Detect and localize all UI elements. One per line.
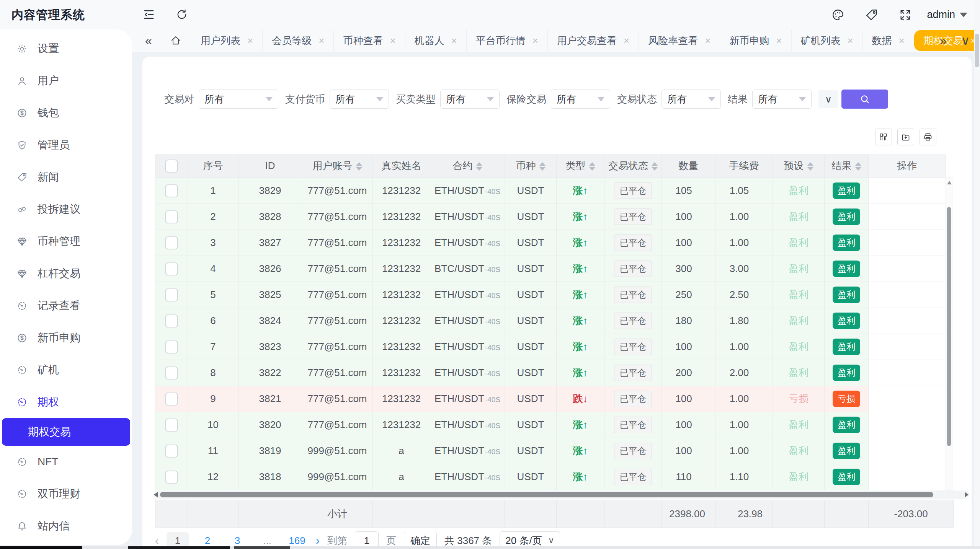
print-button[interactable] [920,129,936,145]
filter-select[interactable]: 所有 [551,90,610,109]
tab-close-icon[interactable]: × [390,36,395,46]
fullscreen-icon[interactable] [899,8,912,21]
filter-select[interactable]: 所有 [752,90,812,109]
sidebar-item[interactable]: 双币理财 [0,478,132,510]
scroll-left-icon[interactable] [154,492,158,497]
filter-select[interactable]: 所有 [199,90,278,109]
row-checkbox[interactable] [165,236,178,249]
tab-close-icon[interactable]: × [899,36,905,46]
sidebar-item[interactable]: 币种管理 [0,225,132,257]
select-all-checkbox[interactable] [165,160,178,173]
menu-collapse-icon[interactable] [142,8,156,22]
tab[interactable]: 会员等级 × [263,30,334,51]
row-checkbox[interactable] [165,210,178,223]
table-horizontal-scrollbar[interactable] [153,490,969,499]
prev-page-icon[interactable]: ‹ [155,534,159,547]
column-header[interactable]: 类型 [557,154,604,178]
expand-filters-button[interactable]: ∨ [818,90,838,108]
column-header[interactable]: 序号 [188,154,238,178]
tabs-scroll-right-icon[interactable]: » [935,29,952,52]
filter-select[interactable]: 所有 [330,90,389,109]
row-checkbox[interactable] [165,471,178,484]
sidebar-item[interactable]: 期权 [0,386,132,418]
row-checkbox[interactable] [165,445,178,458]
column-header[interactable]: 用户账号 [302,154,373,178]
sidebar-item[interactable]: NFT [0,446,132,478]
tab[interactable]: 币种查看 × [334,30,405,51]
column-header[interactable]: ID [238,154,302,178]
row-checkbox[interactable] [165,288,178,301]
bottom-scroll-strip[interactable] [0,546,980,549]
tab[interactable]: 风险率查看 × [639,30,720,51]
user-menu[interactable]: admin [927,0,967,29]
tab-close-icon[interactable]: × [532,36,538,46]
tab-close-icon[interactable]: × [451,36,457,46]
filter-select[interactable]: 所有 [440,90,500,109]
sidebar-item[interactable]: 设置 [0,33,132,65]
table-vertical-scrollbar[interactable] [946,178,952,490]
sidebar-item[interactable]: 管理员 [0,129,132,161]
window-scrollbar[interactable] [974,0,980,549]
home-tab[interactable] [167,29,185,52]
scroll-right-icon[interactable] [965,492,969,497]
row-checkbox[interactable] [165,262,178,275]
row-checkbox[interactable] [165,393,178,406]
row-checkbox[interactable] [165,184,178,197]
tag-icon[interactable] [865,8,878,21]
tab-close-icon[interactable]: × [624,36,629,46]
sidebar-item[interactable]: 钱包 [0,97,132,129]
row-checkbox[interactable] [165,367,178,380]
row-checkbox[interactable] [165,314,178,327]
scroll-up-icon[interactable] [947,181,952,184]
tab[interactable]: 平台币行情 × [467,30,548,51]
export-button[interactable] [897,129,914,145]
row-checkbox[interactable] [165,419,178,432]
sidebar-item-option-trade-active[interactable]: 期权交易 [2,418,130,446]
sort-icon[interactable] [589,162,595,171]
sort-icon[interactable] [652,162,658,171]
column-header[interactable]: 交易状态 [604,154,662,178]
tab[interactable]: 用户列表 × [191,30,263,51]
palette-icon[interactable] [831,8,844,21]
tab[interactable]: 矿机列表 × [792,30,863,51]
column-header[interactable]: 合约 [430,154,505,178]
column-header[interactable]: 预设 [773,154,825,178]
row-checkbox[interactable] [165,340,178,354]
sidebar-item[interactable]: 投拆建议 [0,193,132,225]
tab[interactable]: 用户交易查看 × [548,30,639,51]
sidebar-item[interactable]: 记录查看 [0,290,132,322]
search-button[interactable] [841,90,888,109]
column-header[interactable]: 结果 [825,154,869,178]
column-header[interactable]: 手续费 [715,154,773,178]
tab[interactable]: 数据 × [863,30,914,51]
tab-close-icon[interactable]: × [318,36,324,46]
sidebar-item[interactable]: 新闻 [0,161,132,193]
sort-icon[interactable] [807,162,813,171]
filter-select[interactable]: 所有 [662,90,721,109]
column-header[interactable]: 币种 [505,154,557,178]
tab-close-icon[interactable]: × [705,36,710,46]
sidebar-item[interactable]: 新币申购 [0,322,132,354]
horizontal-scroll-thumb[interactable] [160,492,933,497]
tab-close-icon[interactable]: × [247,36,253,46]
sidebar-item[interactable]: 站内信 [0,510,132,542]
sort-icon[interactable] [356,162,362,171]
tabs-menu-icon[interactable]: ∨ [957,29,974,52]
tab-close-icon[interactable]: × [776,36,782,46]
vertical-scroll-thumb[interactable] [947,207,951,446]
tab-close-icon[interactable]: × [848,36,853,46]
sort-icon[interactable] [855,162,861,171]
refresh-icon[interactable] [175,8,189,22]
tabs-scroll-left-icon[interactable]: « [141,29,156,52]
sidebar-item[interactable]: 用户 [0,65,132,97]
columns-setting-button[interactable] [875,129,892,145]
sidebar-item[interactable]: 杠杆交易 [0,257,132,290]
sort-icon[interactable] [476,162,482,171]
window-scroll-thumb[interactable] [975,34,979,67]
next-page-icon[interactable]: › [316,534,320,547]
column-header[interactable]: 数量 [662,154,715,178]
tab[interactable]: 机器人 × [405,30,467,51]
column-header[interactable]: 真实姓名 [373,154,430,178]
sidebar-item[interactable]: 矿机 [0,354,132,386]
tab[interactable]: 新币申购 × [720,30,791,51]
